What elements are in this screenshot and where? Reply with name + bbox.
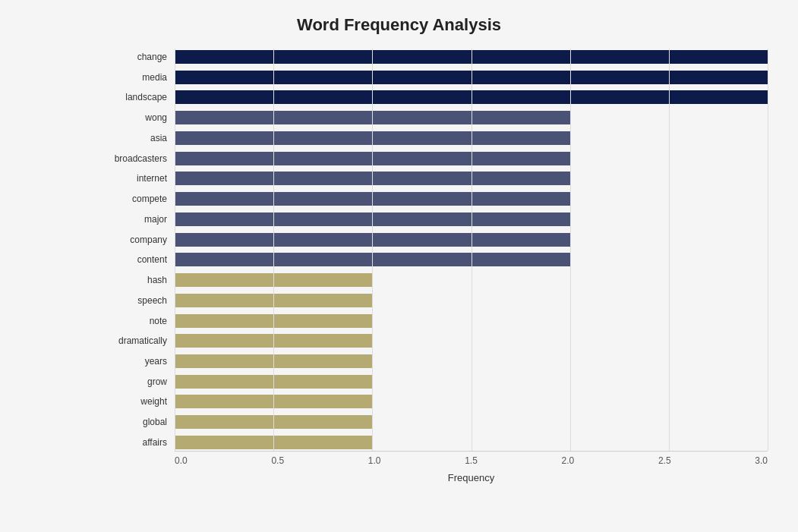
bar-row: global [91,414,768,430]
bars-container: changemedialandscapewongasiabroadcasters… [91,49,768,451]
x-axis: 0.00.51.01.52.02.53.0 Frequency [175,451,768,489]
bar-row: compete [91,190,768,207]
bar-label: note [91,316,175,326]
x-tick: 0.0 [175,455,188,466]
bar-row: grow [91,373,768,390]
grid-line [372,49,373,451]
chart-container: Word Frequency Analysis changemedialands… [0,0,798,532]
bar-row: years [91,353,768,370]
bar-label: weight [91,396,175,407]
x-axis-label: Frequency [175,472,768,483]
grid-line [273,49,274,451]
bar-row: speech [91,292,768,309]
x-tick: 2.5 [658,455,671,466]
bar-row: company [91,231,768,248]
bar-row: major [91,211,768,228]
grid-line [768,49,768,451]
bar-row: landscape [91,89,768,105]
bar-row: media [91,69,768,86]
x-ticks: 0.00.51.01.52.02.53.0 [175,452,768,466]
grid-line [472,49,472,451]
bar-label: content [91,254,175,265]
bar-row: wong [91,109,768,126]
bar-label: asia [91,133,175,143]
grid-line [175,49,175,451]
grid-line [669,49,670,451]
chart-title: Word Frequency Analysis [30,15,768,35]
bar-label: internet [91,173,175,184]
bar-label: company [91,235,175,245]
bar-row: asia [91,130,768,146]
bar-row: content [91,251,768,268]
bar-label: landscape [91,92,175,102]
bar-label: change [91,52,175,62]
bar-row: weight [91,393,768,410]
bar-row: hash [91,272,768,288]
bar-label: hash [91,275,175,285]
bar-label: wong [91,112,175,123]
bar-label: dramatically [91,335,175,346]
bar-label: grow [91,376,175,387]
x-tick: 1.5 [465,455,478,466]
bar-label: broadcasters [91,153,175,164]
chart-area: changemedialandscapewongasiabroadcasters… [91,49,768,489]
x-tick: 2.0 [562,455,575,466]
bar-label: compete [91,194,175,204]
bar-label: global [91,417,175,427]
x-tick: 3.0 [755,455,768,466]
bar-row: change [91,49,768,65]
bar-label: speech [91,295,175,306]
x-tick: 1.0 [368,455,381,466]
bar-row: dramatically [91,332,768,349]
grid-line [570,49,571,451]
x-tick: 0.5 [271,455,284,466]
bar-row: affairs [91,434,768,451]
bar-label: years [91,356,175,367]
bar-label: major [91,214,175,225]
bar-label: media [91,72,175,83]
bar-row: note [91,313,768,329]
bar-row: internet [91,170,768,187]
bar-row: broadcasters [91,150,768,167]
bar-label: affairs [91,437,175,448]
